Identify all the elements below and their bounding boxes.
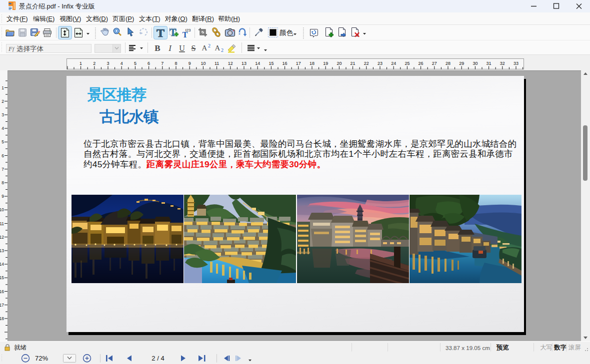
svg-text:S: S <box>192 44 196 52</box>
svg-text:12: 12 <box>228 61 233 66</box>
svg-text:10: 10 <box>200 61 206 66</box>
svg-text:25: 25 <box>404 61 410 66</box>
svg-text:选择字体: 选择字体 <box>16 45 44 52</box>
svg-text:24: 24 <box>391 61 396 66</box>
svg-text:28: 28 <box>446 61 450 66</box>
svg-text:22: 22 <box>364 61 369 66</box>
svg-text:32: 32 <box>500 61 505 66</box>
svg-text:72%: 72% <box>35 355 48 362</box>
svg-text:4: 4 <box>2 126 4 131</box>
svg-text:30: 30 <box>472 61 478 66</box>
svg-text:33: 33 <box>514 61 518 66</box>
svg-text:6: 6 <box>2 153 4 158</box>
svg-text:15: 15 <box>268 61 274 66</box>
svg-text:2: 2 <box>208 43 210 48</box>
svg-text:16: 16 <box>0 289 4 294</box>
svg-text:颜色: 颜色 <box>280 29 294 36</box>
svg-text:2: 2 <box>221 47 224 53</box>
svg-text:7: 7 <box>161 61 164 66</box>
svg-text:13: 13 <box>242 61 246 66</box>
svg-text:2: 2 <box>2 99 4 104</box>
svg-text:14: 14 <box>0 262 4 267</box>
svg-text:B: B <box>154 43 160 53</box>
svg-text:17: 17 <box>296 61 301 66</box>
svg-text:17: 17 <box>0 303 4 308</box>
svg-text:Ff: Ff <box>8 45 15 52</box>
svg-text:20: 20 <box>336 61 342 66</box>
svg-text:14: 14 <box>255 61 260 66</box>
svg-text:27: 27 <box>432 61 437 66</box>
svg-text:8: 8 <box>174 61 177 66</box>
svg-text:31: 31 <box>486 61 492 66</box>
svg-text:T: T <box>170 27 176 38</box>
svg-text:26: 26 <box>418 61 424 66</box>
svg-text:I: I <box>168 43 172 53</box>
svg-text:6: 6 <box>148 61 150 66</box>
svg-text:16: 16 <box>282 61 288 66</box>
svg-text:3: 3 <box>106 61 109 66</box>
svg-text:2 / 4: 2 / 4 <box>152 355 164 362</box>
svg-text:9: 9 <box>188 61 191 66</box>
svg-text:2: 2 <box>93 61 96 66</box>
svg-text:3: 3 <box>2 112 4 117</box>
svg-text:8: 8 <box>2 180 4 185</box>
svg-text:A: A <box>202 44 208 52</box>
svg-text:19: 19 <box>323 61 328 66</box>
svg-text:4: 4 <box>120 61 123 66</box>
svg-text:18: 18 <box>310 61 314 66</box>
svg-text:29: 29 <box>459 61 464 66</box>
svg-text:13: 13 <box>0 248 4 253</box>
svg-text:5: 5 <box>2 139 4 144</box>
svg-text:21: 21 <box>350 61 356 66</box>
svg-text:23: 23 <box>378 61 382 66</box>
svg-text:12: 12 <box>0 235 4 240</box>
svg-text:7: 7 <box>2 167 4 172</box>
svg-text:U: U <box>179 44 185 52</box>
svg-text:11: 11 <box>214 61 219 66</box>
svg-text:T: T <box>156 26 164 39</box>
svg-text:5: 5 <box>134 61 136 66</box>
svg-text:A: A <box>215 44 220 52</box>
svg-text:I23: I23 <box>185 28 191 32</box>
svg-text:15: 15 <box>0 275 4 280</box>
svg-text:1: 1 <box>80 61 82 66</box>
svg-text:10: 10 <box>0 207 4 212</box>
svg-text:9: 9 <box>2 194 4 199</box>
svg-text:18: 18 <box>0 316 4 321</box>
svg-text:1: 1 <box>2 85 4 90</box>
svg-text:11: 11 <box>0 221 4 226</box>
